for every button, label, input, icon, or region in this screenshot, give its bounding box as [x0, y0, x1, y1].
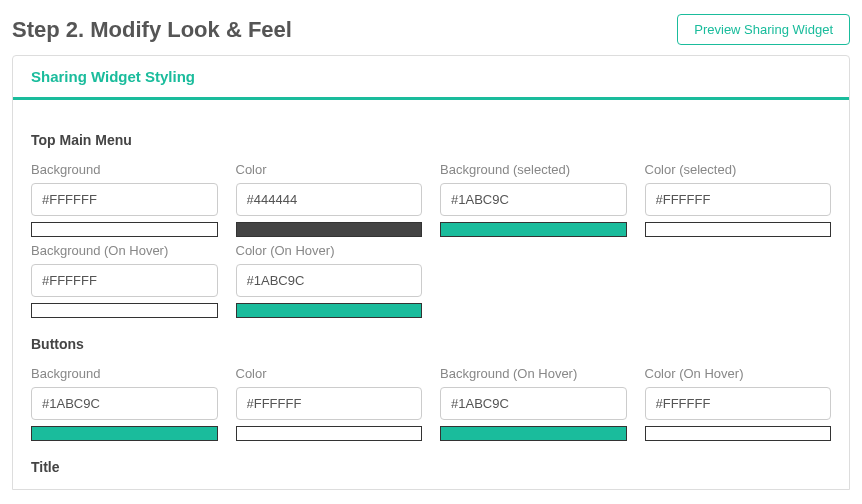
page-title: Step 2. Modify Look & Feel	[12, 17, 292, 43]
sharing-widget-styling-panel: Sharing Widget Styling Top Main Menu Bac…	[12, 55, 850, 490]
empty-cell	[440, 243, 627, 318]
swatch-btn-color-hover[interactable]	[645, 426, 832, 441]
panel-header: Sharing Widget Styling	[13, 56, 849, 100]
buttons-row-1: Background Color Background (On Hover) C…	[31, 366, 831, 441]
label-tmm-color-hover: Color (On Hover)	[236, 243, 423, 258]
label-tmm-background-hover: Background (On Hover)	[31, 243, 218, 258]
swatch-tmm-background-selected[interactable]	[440, 222, 627, 237]
input-btn-color-hover[interactable]	[645, 387, 832, 420]
input-btn-background[interactable]	[31, 387, 218, 420]
input-tmm-background[interactable]	[31, 183, 218, 216]
top-main-menu-row-1: Background Color Background (selected) C…	[31, 162, 831, 237]
label-tmm-color: Color	[236, 162, 423, 177]
label-tmm-color-selected: Color (selected)	[645, 162, 832, 177]
label-btn-background-hover: Background (On Hover)	[440, 366, 627, 381]
input-tmm-color-hover[interactable]	[236, 264, 423, 297]
swatch-tmm-color-hover[interactable]	[236, 303, 423, 318]
input-tmm-color[interactable]	[236, 183, 423, 216]
swatch-tmm-background[interactable]	[31, 222, 218, 237]
label-btn-background: Background	[31, 366, 218, 381]
input-tmm-background-selected[interactable]	[440, 183, 627, 216]
input-tmm-background-hover[interactable]	[31, 264, 218, 297]
preview-sharing-widget-button[interactable]: Preview Sharing Widget	[677, 14, 850, 45]
swatch-btn-background-hover[interactable]	[440, 426, 627, 441]
swatch-btn-background[interactable]	[31, 426, 218, 441]
field-tmm-background: Background	[31, 162, 218, 237]
section-title-buttons: Buttons	[31, 336, 831, 352]
empty-cell	[645, 243, 832, 318]
input-tmm-color-selected[interactable]	[645, 183, 832, 216]
label-btn-color-hover: Color (On Hover)	[645, 366, 832, 381]
section-title-title: Title	[31, 459, 831, 475]
field-btn-background-hover: Background (On Hover)	[440, 366, 627, 441]
label-tmm-background: Background	[31, 162, 218, 177]
panel-body: Top Main Menu Background Color Backgroun…	[13, 100, 849, 475]
swatch-tmm-background-hover[interactable]	[31, 303, 218, 318]
field-tmm-color: Color	[236, 162, 423, 237]
top-main-menu-row-2: Background (On Hover) Color (On Hover)	[31, 243, 831, 318]
field-btn-color: Color	[236, 366, 423, 441]
swatch-btn-color[interactable]	[236, 426, 423, 441]
swatch-tmm-color[interactable]	[236, 222, 423, 237]
swatch-tmm-color-selected[interactable]	[645, 222, 832, 237]
input-btn-color[interactable]	[236, 387, 423, 420]
label-btn-color: Color	[236, 366, 423, 381]
panel-title: Sharing Widget Styling	[31, 68, 831, 85]
field-btn-color-hover: Color (On Hover)	[645, 366, 832, 441]
label-tmm-background-selected: Background (selected)	[440, 162, 627, 177]
field-tmm-background-selected: Background (selected)	[440, 162, 627, 237]
field-tmm-color-selected: Color (selected)	[645, 162, 832, 237]
field-btn-background: Background	[31, 366, 218, 441]
field-tmm-color-hover: Color (On Hover)	[236, 243, 423, 318]
field-tmm-background-hover: Background (On Hover)	[31, 243, 218, 318]
input-btn-background-hover[interactable]	[440, 387, 627, 420]
page-header: Step 2. Modify Look & Feel Preview Shari…	[0, 0, 862, 55]
section-title-top-main-menu: Top Main Menu	[31, 132, 831, 148]
